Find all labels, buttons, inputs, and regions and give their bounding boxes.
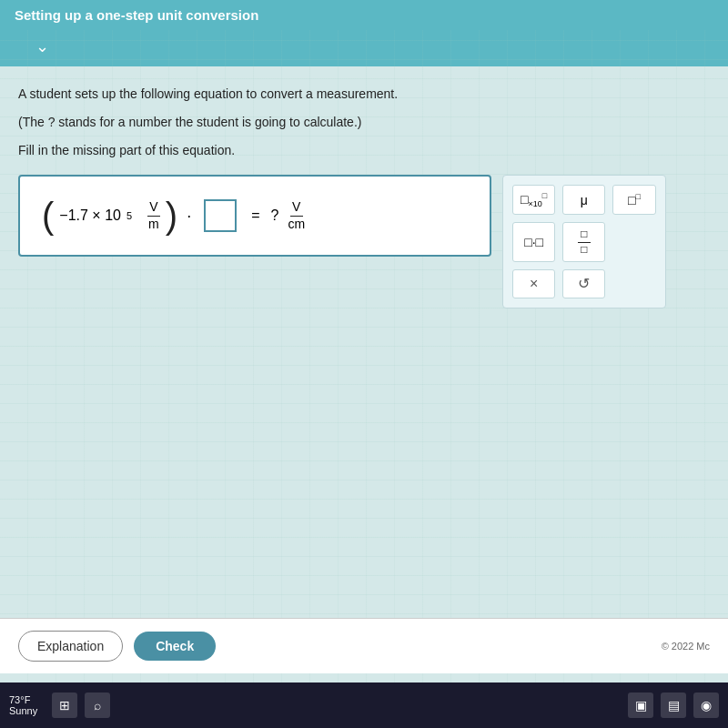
equals-sign: = xyxy=(251,207,259,224)
weather-display: 73°F Sunny xyxy=(9,694,37,716)
superscript-label: □□ xyxy=(628,192,641,207)
undo-button[interactable]: ↺ xyxy=(562,269,605,298)
fraction-button[interactable]: □ □ xyxy=(562,222,605,261)
unit-fraction: V m xyxy=(147,200,160,231)
problem-line1: A student sets up the following equation… xyxy=(18,85,710,104)
equation-area: ( −1.7 × 10 5 V m ) · = ? xyxy=(18,175,710,308)
check-button[interactable]: Check xyxy=(134,632,216,661)
equation-box: ( −1.7 × 10 5 V m ) · = ? xyxy=(18,175,491,257)
result-denominator: cm xyxy=(288,217,305,231)
start-button[interactable]: ⊞ xyxy=(52,693,77,718)
undo-icon: ↺ xyxy=(578,275,590,292)
result-numerator: V xyxy=(290,200,303,216)
multiply-boxes-label: □·□ xyxy=(524,235,543,249)
superscript-button[interactable]: □□ xyxy=(612,185,655,215)
unit-numerator: V xyxy=(147,200,160,216)
clear-button[interactable]: × xyxy=(512,269,555,298)
mu-label: μ xyxy=(581,193,588,207)
exponent: 5 xyxy=(126,210,132,221)
collapse-button[interactable]: ⌄ xyxy=(29,34,55,59)
taskbar-app1[interactable]: ▣ xyxy=(628,693,653,718)
main-content: A student sets up the following equation… xyxy=(0,66,728,308)
bottom-bar: Explanation Check © 2022 Mc xyxy=(0,618,728,673)
taskbar: 73°F Sunny ⊞ ⌕ ▣ ▤ ◉ xyxy=(0,682,728,728)
weather-condition: Sunny xyxy=(9,705,37,716)
answer-input-box[interactable] xyxy=(204,199,237,232)
x-icon: × xyxy=(530,276,538,292)
result-fraction: V cm xyxy=(288,200,305,231)
taskbar-app3[interactable]: ◉ xyxy=(693,693,719,718)
problem-line2: (The ? stands for a number the student i… xyxy=(18,113,710,132)
unit-denominator: m xyxy=(147,217,160,231)
symbol-panel: □×10□ μ □□ □·□ □ □ × xyxy=(502,175,666,308)
close-paren: ) xyxy=(166,197,177,234)
weather-temp: 73°F xyxy=(9,694,37,705)
open-paren: ( xyxy=(42,197,54,234)
question-mark: ? xyxy=(271,207,279,224)
search-taskbar-button[interactable]: ⌕ xyxy=(85,693,110,718)
mu-button[interactable]: μ xyxy=(562,185,605,215)
coefficient: −1.7 × 10 xyxy=(59,207,121,224)
math-content: ( −1.7 × 10 5 V m ) · = ? xyxy=(42,197,305,234)
power-of-ten-button[interactable]: □×10□ xyxy=(512,185,555,215)
copyright-text: © 2022 Mc xyxy=(662,630,710,662)
fraction-label: □ □ xyxy=(578,228,591,255)
multiplication-dot: · xyxy=(187,207,191,226)
taskbar-app2[interactable]: ▤ xyxy=(661,693,686,718)
multiply-boxes-button[interactable]: □·□ xyxy=(512,222,555,261)
header-title: Setting up a one-step unit conversion xyxy=(15,7,258,23)
header-bar: Setting up a one-step unit conversion xyxy=(0,0,728,30)
power-of-ten-label: □×10□ xyxy=(521,191,547,208)
problem-line3: Fill in the missing part of this equatio… xyxy=(18,141,710,160)
explanation-button[interactable]: Explanation xyxy=(18,631,123,662)
